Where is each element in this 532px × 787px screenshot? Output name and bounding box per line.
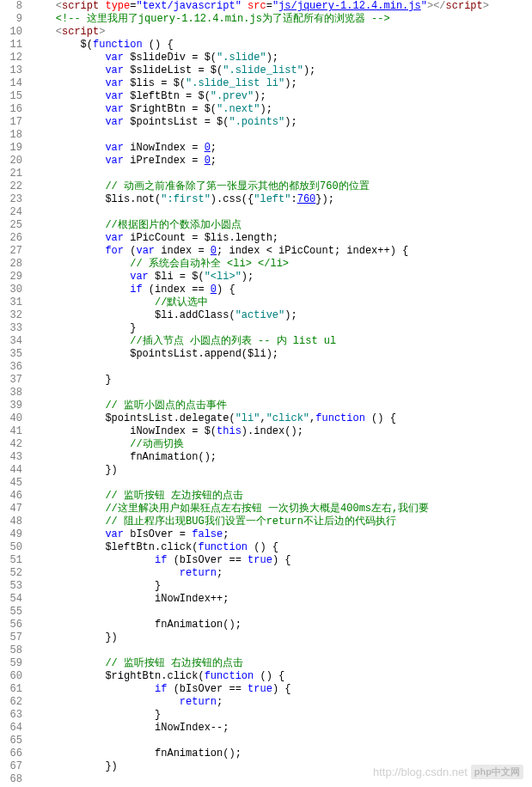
code-line: <!-- 这里我用了jquery-1.12.4.min.js为了适配所有的浏览器… [31,13,532,26]
code-line: var $rightBtn = $(".next"); [31,103,532,116]
code-line: // 动画之前准备除了第一张显示其他的都放到760的位置 [31,180,532,193]
line-number: 35 [0,348,22,361]
line-number: 62 [0,696,22,709]
line-number: 32 [0,309,22,322]
code-line: $(function () { [31,39,532,52]
line-number: 15 [0,90,22,103]
line-number: 28 [0,258,22,271]
line-number: 34 [0,335,22,348]
line-number: 51 [0,554,22,567]
line-number: 50 [0,541,22,554]
watermark-logo: php中文网 [471,765,523,779]
code-line [31,387,532,400]
code-line: $leftBtn.click(function () { [31,541,532,554]
code-line: var $leftBtn = $(".prev"); [31,90,532,103]
line-number: 37 [0,374,22,387]
line-number: 48 [0,516,22,528]
code-line: }) [31,464,532,477]
code-line: //动画切换 [31,438,532,451]
line-number: 22 [0,180,22,193]
line-number: 57 [0,631,22,644]
line-number: 55 [0,606,22,619]
code-line: var $slideDiv = $(".slide"); [31,52,532,64]
line-number: 33 [0,322,22,335]
line-number: 68 [0,773,22,786]
code-line: iNowIndex--; [31,722,532,735]
line-number: 67 [0,760,22,773]
code-line: var $pointsList = $(".points"); [31,116,532,129]
line-number: 19 [0,142,22,155]
code-line: var iNowIndex = 0; [31,142,532,155]
code-line: return; [31,567,532,580]
code-line: } [31,709,532,722]
code-line: //默认选中 [31,296,532,309]
line-number: 36 [0,361,22,374]
line-number: 63 [0,709,22,722]
line-number: 20 [0,155,22,168]
code-area: <script type="text/javascript" src="js/j… [28,0,532,786]
line-number: 46 [0,490,22,503]
line-number: 60 [0,670,22,683]
line-number: 45 [0,477,22,490]
code-line: } [31,322,532,335]
line-number: 11 [0,39,22,52]
code-line [31,206,532,219]
line-number: 42 [0,438,22,451]
code-line: fnAnimation(); [31,451,532,464]
code-line: fnAnimation(); [31,619,532,631]
line-number: 65 [0,735,22,747]
line-number: 16 [0,103,22,116]
line-number: 59 [0,657,22,670]
code-line [31,644,532,657]
line-number: 30 [0,284,22,296]
line-number: 61 [0,683,22,696]
line-number: 54 [0,593,22,606]
line-number: 14 [0,77,22,90]
code-line: // 监听按钮 右边按钮的点击 [31,657,532,670]
line-number: 24 [0,206,22,219]
code-line: if (bIsOver == true) { [31,683,532,696]
code-line: //插入节点 小圆点的列表 -- 内 list ul [31,335,532,348]
line-number: 26 [0,232,22,245]
line-number: 27 [0,245,22,258]
code-line: var bIsOver = false; [31,528,532,541]
line-number: 23 [0,193,22,206]
line-number: 44 [0,464,22,477]
line-number: 41 [0,425,22,438]
line-number: 12 [0,52,22,64]
code-line: iNowIndex = $(this).index(); [31,425,532,438]
code-line [31,361,532,374]
line-number-gutter: 8910111213141516171819202122232425262728… [0,0,28,786]
watermark: http://blog.csdn.net php中文网 [373,765,523,779]
line-number: 58 [0,644,22,657]
code-line: <script type="text/javascript" src="js/j… [31,0,532,13]
code-line: var iPicCount = $lis.length; [31,232,532,245]
code-line: } [31,374,532,387]
code-line: $pointsList.delegate("li","click",functi… [31,412,532,425]
code-line: for (var index = 0; index < iPicCount; i… [31,245,532,258]
code-line [31,129,532,142]
code-line: // 阻止程序出现BUG我们设置一个return不让后边的代码执行 [31,516,532,528]
code-line: //这里解决用户如果狂点左右按钮 一次切换大概是400ms左右,我们要 [31,503,532,516]
code-line [31,477,532,490]
code-line: <script> [31,26,532,39]
line-number: 9 [0,13,22,26]
line-number: 40 [0,412,22,425]
line-number: 17 [0,116,22,129]
line-number: 38 [0,387,22,400]
line-number: 66 [0,747,22,760]
line-number: 31 [0,296,22,309]
code-line: var $li = $("<li>"); [31,271,532,284]
code-line [31,168,532,180]
code-line: iNowIndex++; [31,593,532,606]
code-line: $li.addClass("active"); [31,309,532,322]
line-number: 25 [0,219,22,232]
code-line: // 监听小圆点的点击事件 [31,400,532,412]
line-number: 39 [0,400,22,412]
line-number: 64 [0,722,22,735]
code-line: // 系统会自动补全 <li> </li> [31,258,532,271]
code-line: // 监听按钮 左边按钮的点击 [31,490,532,503]
line-number: 56 [0,619,22,631]
code-line: }) [31,631,532,644]
code-line: $rightBtn.click(function () { [31,670,532,683]
